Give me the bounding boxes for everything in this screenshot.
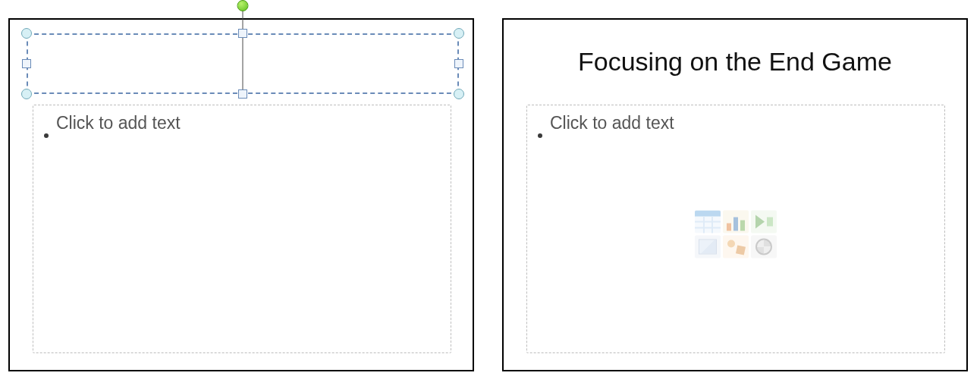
content-placeholder-text: Click to add text xyxy=(550,113,674,133)
rotation-handle-icon[interactable] xyxy=(237,0,249,11)
insert-clipart-icon[interactable] xyxy=(723,235,749,258)
resize-handle-bottom-left[interactable] xyxy=(21,89,32,99)
resize-handle-mid-right[interactable] xyxy=(454,59,463,68)
selection-border xyxy=(27,33,459,94)
bullet-line: Click to add text xyxy=(538,113,934,133)
content-placeholder-left[interactable]: Click to add text xyxy=(33,105,451,353)
insert-smartart-icon[interactable] xyxy=(751,210,777,233)
insert-media-icon[interactable] xyxy=(751,235,777,258)
insert-table-icon[interactable] xyxy=(695,210,721,233)
resize-handle-top-left[interactable] xyxy=(21,28,32,39)
content-placeholder-text: Click to add text xyxy=(56,113,181,133)
title-placeholder-selected[interactable] xyxy=(27,33,459,94)
bullet-line: Click to add text xyxy=(44,113,440,133)
resize-handle-top-right[interactable] xyxy=(454,28,464,39)
bullet-icon xyxy=(44,133,49,138)
resize-handle-bottom-right[interactable] xyxy=(454,89,464,99)
insert-chart-icon[interactable] xyxy=(723,210,749,233)
slide-left: Click to add text xyxy=(8,18,474,371)
slide-right: Focusing on the End Game Click to add te… xyxy=(502,18,968,371)
resize-handle-mid-bottom[interactable] xyxy=(238,89,247,99)
slide-title[interactable]: Focusing on the End Game xyxy=(504,47,966,77)
content-placeholder-right[interactable]: Click to add text xyxy=(526,105,945,353)
content-insert-icon-grid xyxy=(695,210,777,258)
bullet-icon xyxy=(538,133,542,138)
selection-mid-stem xyxy=(243,35,243,92)
insert-picture-icon[interactable] xyxy=(695,235,721,258)
resize-handle-mid-top[interactable] xyxy=(238,29,247,38)
resize-handle-mid-left[interactable] xyxy=(22,59,31,68)
